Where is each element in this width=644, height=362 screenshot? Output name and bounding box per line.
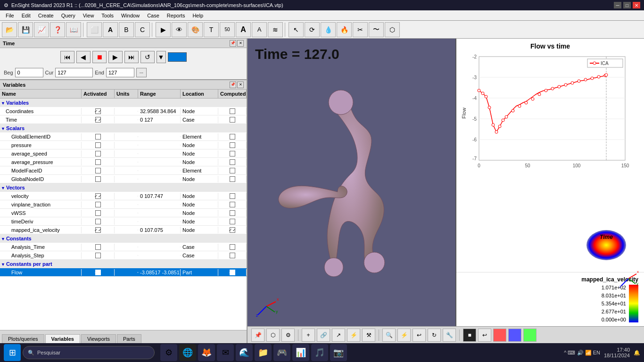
toolbar-eye-button[interactable]: 👁 xyxy=(172,22,187,37)
cb-globalnodeid-c[interactable] xyxy=(230,176,235,182)
menu-edit[interactable]: Edit xyxy=(18,12,34,19)
menu-reports[interactable]: Reports xyxy=(163,12,189,19)
time-repeat-button[interactable]: ↺ xyxy=(140,51,155,63)
vp-btn-3[interactable]: ⚙ xyxy=(281,329,295,342)
cur-input[interactable]: 127 xyxy=(55,68,93,77)
cb-pressure[interactable] xyxy=(95,142,101,148)
menu-create[interactable]: Create xyxy=(34,12,58,19)
var-row-coordinates[interactable]: Coordinates ✓ 32.9588 34.864 Node xyxy=(0,107,247,115)
menu-file[interactable]: File xyxy=(2,12,18,19)
var-row-flow[interactable]: Flow ✓ -3.08517 -3.08517 Part ✓ xyxy=(0,268,247,277)
taskbar-app-edge[interactable]: 🌊 xyxy=(236,344,253,361)
cb-vwss-c[interactable] xyxy=(230,210,235,216)
var-row-modelfaceid[interactable]: ModelFaceID Element xyxy=(0,166,247,175)
toolbar-wave-button[interactable]: 〜 xyxy=(369,22,384,37)
cb-timederiv[interactable] xyxy=(95,219,101,224)
time-more-button[interactable]: ··· xyxy=(136,68,147,77)
toolbar-book-button[interactable]: 📖 xyxy=(66,22,81,37)
category-scalars[interactable]: ▼Scalars xyxy=(0,124,247,132)
toolbar-text-button[interactable]: T xyxy=(204,22,219,37)
vp-btn-18[interactable] xyxy=(523,329,537,342)
taskbar-notification[interactable]: 🔔 xyxy=(634,350,640,356)
toolbar-view1-button[interactable]: ⬜ xyxy=(87,22,102,37)
var-row-average-pressure[interactable]: average_pressure Node xyxy=(0,158,247,166)
time-stop-button[interactable]: ⏹ xyxy=(92,51,107,63)
taskbar-search[interactable]: 🔍 Pesquisar xyxy=(23,346,155,359)
toolbar-a-button[interactable]: A xyxy=(103,22,118,37)
tab-variables[interactable]: Variables xyxy=(45,334,80,343)
vp-btn-14[interactable]: ■ xyxy=(463,329,476,342)
cb-avg-speed[interactable] xyxy=(95,151,101,156)
vp-btn-9[interactable]: 🔍 xyxy=(382,329,396,342)
category-constants-per-part[interactable]: ▼Constants per part xyxy=(0,260,247,268)
toolbar-save-button[interactable]: 💾 xyxy=(18,22,33,37)
cb-coordinates[interactable]: ✓ xyxy=(95,108,101,114)
cb-flow[interactable]: ✓ xyxy=(95,270,101,275)
taskbar-app-app2[interactable]: 📊 xyxy=(292,344,309,361)
vp-btn-17[interactable] xyxy=(508,329,521,342)
cb-coordinates-computed[interactable] xyxy=(230,108,235,114)
category-variables[interactable]: ▼Variables xyxy=(0,99,247,107)
cb-mapped-ica[interactable]: ✓ xyxy=(95,227,101,233)
toolbar-play-button[interactable]: ▶ xyxy=(156,22,171,37)
toolbar-flame-button[interactable]: 🔥 xyxy=(337,22,352,37)
vp-btn-13[interactable]: 🔧 xyxy=(443,329,456,342)
end-input[interactable]: 127 xyxy=(106,68,134,77)
variables-panel-close[interactable]: ✕ xyxy=(237,82,244,88)
taskbar-app-app1[interactable]: 🎮 xyxy=(273,344,290,361)
vp-btn-16[interactable] xyxy=(493,329,506,342)
toolbar-b-button[interactable]: B xyxy=(119,22,134,37)
taskbar-app-mail[interactable]: ✉ xyxy=(217,344,234,361)
vp-btn-12[interactable]: ↻ xyxy=(428,329,441,342)
time-forward-button[interactable]: ⏭ xyxy=(124,51,139,63)
cb-globalelementid[interactable] xyxy=(95,134,101,140)
toolbar-drop-button[interactable]: 💧 xyxy=(321,22,336,37)
toolbar-text2-button[interactable]: 50 xyxy=(220,22,235,37)
maximize-button[interactable]: □ xyxy=(623,2,631,8)
toolbar-cut-button[interactable]: ✂ xyxy=(353,22,368,37)
toolbar-c-button[interactable]: C xyxy=(135,22,150,37)
taskbar-app-app3[interactable]: 🎵 xyxy=(311,344,328,361)
cb-vinplane-c[interactable] xyxy=(230,202,235,207)
cb-avg-speed-c[interactable] xyxy=(230,151,235,156)
toolbar-arrow-button[interactable]: ↖ xyxy=(289,22,304,37)
cb-flow-c[interactable]: ✓ xyxy=(230,270,235,275)
cb-modelfaceid-c[interactable] xyxy=(230,168,235,173)
menu-view[interactable]: View xyxy=(79,12,98,19)
taskbar-app-chrome[interactable]: 🌐 xyxy=(179,344,196,361)
cb-vwss[interactable] xyxy=(95,210,101,216)
vp-btn-8[interactable]: ⚒ xyxy=(362,329,375,342)
var-row-vwss[interactable]: vWSS Node xyxy=(0,209,247,217)
vp-btn-6[interactable]: ↗ xyxy=(332,329,345,342)
category-constants[interactable]: ▼Constants xyxy=(0,234,247,243)
menu-window[interactable]: Window xyxy=(117,12,143,19)
vp-btn-11[interactable]: ↩ xyxy=(413,329,426,342)
cb-analysis-time[interactable] xyxy=(95,244,101,250)
time-options-button[interactable]: ▼ xyxy=(157,51,166,63)
taskbar-app-firefox[interactable]: 🦊 xyxy=(198,344,215,361)
toolbar-chart-button[interactable]: 📈 xyxy=(34,22,49,37)
tab-parts[interactable]: Parts xyxy=(117,334,141,343)
cb-mapped-ica-c[interactable]: ✓ xyxy=(230,227,235,233)
cb-avg-pressure[interactable] xyxy=(95,159,101,165)
time-rewind-button[interactable]: ⏮ xyxy=(60,51,74,63)
category-vectors[interactable]: ▼Vectors xyxy=(0,183,247,192)
tab-viewports[interactable]: Viewports xyxy=(81,334,116,343)
vp-btn-1[interactable]: 📌 xyxy=(251,329,264,342)
var-row-pressure[interactable]: pressure Node xyxy=(0,141,247,149)
time-panel-pin[interactable]: 📌 xyxy=(230,40,236,47)
vp-btn-10[interactable]: ⚡ xyxy=(397,329,411,342)
menu-tools[interactable]: Tools xyxy=(98,12,117,19)
var-row-globalelementid[interactable]: GlobalElementID Element xyxy=(0,132,247,141)
cb-globalelementid-c[interactable] xyxy=(230,134,235,140)
taskbar-app-files[interactable]: 📁 xyxy=(255,344,272,361)
vp-btn-7[interactable]: ⚡ xyxy=(347,329,360,342)
cb-time[interactable]: ✓ xyxy=(95,117,101,123)
var-row-analysis-time[interactable]: Analysis_Time Case xyxy=(0,243,247,251)
toolbar-color-button[interactable]: 🎨 xyxy=(188,22,203,37)
var-row-average-speed[interactable]: average_speed Node xyxy=(0,149,247,158)
taskbar-app-app4[interactable]: 📷 xyxy=(330,344,347,361)
taskbar-app-ensight[interactable]: ⚙ xyxy=(160,344,177,361)
toolbar-rotate-button[interactable]: ⟳ xyxy=(305,22,320,37)
menu-help[interactable]: Help xyxy=(189,12,207,19)
